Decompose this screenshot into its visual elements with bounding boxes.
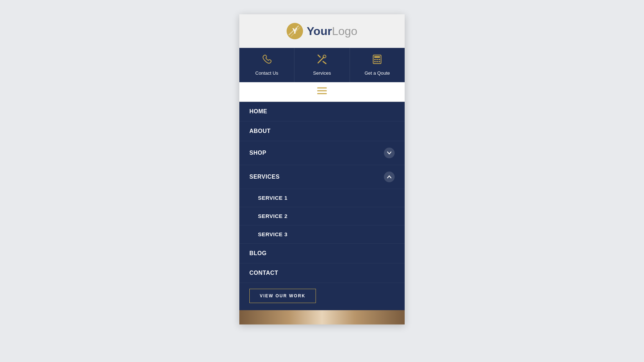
svg-rect-13 <box>374 61 376 62</box>
svg-rect-11 <box>376 59 378 60</box>
view-our-work-button[interactable]: VIEW OUR WORK <box>249 289 316 303</box>
top-nav-services-label: Services <box>313 70 331 76</box>
nav-item-contact-label: CONTACT <box>249 270 278 276</box>
top-nav-bar: Contact Us Services <box>239 48 405 82</box>
nav-item-blog[interactable]: BLOG <box>239 244 405 263</box>
logo-icon: Y <box>287 23 303 39</box>
service-3-label: SERVICE 3 <box>258 231 288 237</box>
cta-bar: VIEW OUR WORK <box>239 283 405 310</box>
nav-item-home-label: HOME <box>249 108 267 115</box>
nav-sub-item-service-3[interactable]: SERVICE 3 <box>239 225 405 244</box>
calculator-icon <box>372 54 382 67</box>
nav-item-shop-label: SHOP <box>249 150 266 156</box>
top-nav-contact-us[interactable]: Contact Us <box>239 48 294 82</box>
bottom-image-strip <box>239 310 405 324</box>
nav-item-blog-label: BLOG <box>249 250 267 257</box>
hamburger-icon <box>317 87 327 96</box>
svg-line-4 <box>318 57 324 63</box>
nav-item-about[interactable]: ABOUT <box>239 122 405 141</box>
svg-rect-15 <box>379 61 380 62</box>
nav-item-shop[interactable]: SHOP <box>239 141 405 165</box>
top-nav-services[interactable]: Services <box>294 48 350 82</box>
logo-wordmark: YourLogo <box>307 25 357 38</box>
logo-bold-text: Your <box>307 25 332 38</box>
nav-menu: HOME ABOUT SHOP SERVICES <box>239 102 405 310</box>
tools-icon <box>317 54 327 67</box>
service-2-label: SERVICE 2 <box>258 213 288 219</box>
services-toggle-button[interactable] <box>384 172 395 182</box>
nav-sub-item-service-1[interactable]: SERVICE 1 <box>239 189 405 207</box>
top-nav-quote-label: Get a Qoute <box>365 70 390 76</box>
svg-rect-14 <box>376 61 378 62</box>
header: Y YourLogo <box>239 14 405 48</box>
nav-item-services-label: SERVICES <box>249 174 280 180</box>
logo-container: Y YourLogo <box>287 23 357 39</box>
nav-item-home[interactable]: HOME <box>239 102 405 122</box>
services-submenu: SERVICE 1 SERVICE 2 SERVICE 3 <box>239 189 405 244</box>
svg-point-5 <box>323 55 326 58</box>
svg-line-7 <box>318 55 320 57</box>
top-nav-contact-label: Contact Us <box>255 70 278 76</box>
nav-item-services[interactable]: SERVICES <box>239 165 405 189</box>
service-1-label: SERVICE 1 <box>258 195 288 201</box>
svg-line-6 <box>323 61 326 64</box>
svg-rect-10 <box>374 59 376 60</box>
phone-container: Y YourLogo Contact Us <box>239 14 405 324</box>
phone-icon <box>262 54 272 67</box>
top-nav-quote[interactable]: Get a Qoute <box>350 48 405 82</box>
shop-toggle-button[interactable] <box>384 148 395 158</box>
hamburger-bar[interactable] <box>239 82 405 102</box>
nav-item-contact[interactable]: CONTACT <box>239 263 405 283</box>
nav-item-about-label: ABOUT <box>249 128 270 134</box>
nav-sub-item-service-2[interactable]: SERVICE 2 <box>239 207 405 225</box>
logo-light-text: Logo <box>332 25 357 38</box>
svg-rect-12 <box>379 59 380 60</box>
svg-rect-9 <box>374 56 380 58</box>
